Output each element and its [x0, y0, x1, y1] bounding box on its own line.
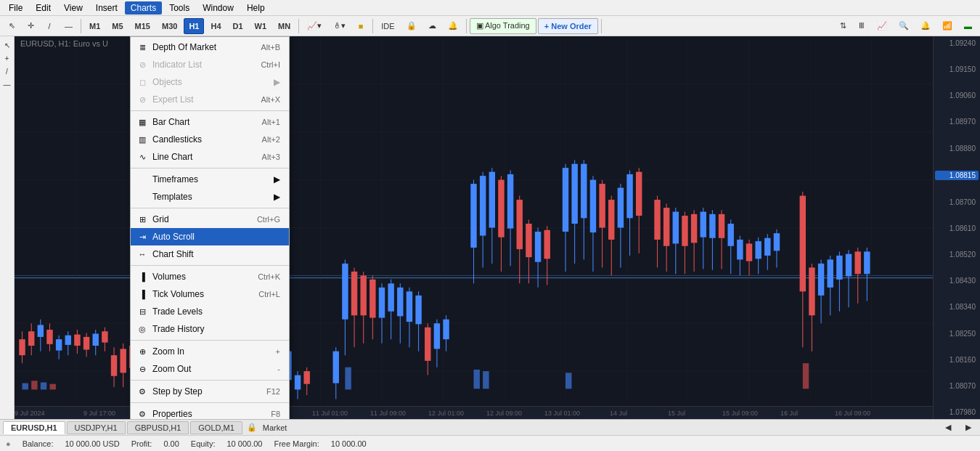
tab-usdjpy[interactable]: USDJPY,H1	[67, 421, 126, 434]
menu-auto-scroll[interactable]: ⇥ Auto Scroll	[131, 228, 289, 245]
chart-style-btn[interactable]: 🕯▾	[328, 18, 351, 34]
tf-m30[interactable]: M30	[157, 18, 182, 34]
time-10: 14 Jul	[610, 410, 627, 417]
tf-w1[interactable]: W1	[250, 18, 272, 34]
menu-window[interactable]: Window	[197, 1, 240, 15]
algo-trading-btn[interactable]: ▣ Algo Trading	[470, 18, 536, 34]
left-cursor-btn[interactable]: ↖	[1, 39, 13, 51]
alerts-btn[interactable]: 🔔	[915, 18, 936, 34]
templates-arrow: ▶	[274, 192, 280, 202]
svg-rect-27	[38, 325, 44, 336]
svg-rect-183	[828, 259, 833, 287]
tf-d1[interactable]: D1	[228, 18, 248, 34]
toolbar-line[interactable]: /	[41, 18, 58, 34]
tf-m1[interactable]: M1	[84, 18, 105, 34]
signal-btn[interactable]: 📶	[937, 18, 957, 34]
menu-trade-history[interactable]: ◎ Trade History	[131, 320, 289, 338]
tf-m15[interactable]: M15	[130, 18, 155, 34]
menubar: File Edit View Insert Charts Tools Windo…	[0, 0, 980, 16]
svg-rect-202	[803, 363, 809, 389]
menu-insert[interactable]: Insert	[90, 1, 123, 15]
menu-help[interactable]: Help	[241, 1, 271, 15]
bell-btn[interactable]: 🔔	[443, 18, 463, 34]
svg-rect-167	[737, 240, 743, 259]
ide-btn[interactable]: IDE	[376, 18, 399, 34]
new-order-btn[interactable]: + New Order	[538, 18, 598, 34]
objects-arrow: ▶	[274, 77, 280, 87]
svg-rect-113	[470, 184, 476, 248]
svg-rect-193	[31, 381, 37, 389]
menu-trade-levels[interactable]: ⊟ Trade Levels	[131, 303, 289, 320]
left-cross-btn[interactable]: +	[1, 52, 13, 64]
left-hline-btn[interactable]: —	[1, 78, 13, 90]
menu-tick-volumes[interactable]: ▐ Tick Volumes Ctrl+L	[131, 285, 289, 303]
menu-edit[interactable]: Edit	[30, 1, 57, 15]
menu-tools[interactable]: Tools	[163, 1, 195, 15]
menu-line-chart[interactable]: ∿ Line Chart Alt+3	[131, 148, 289, 166]
svg-rect-83	[295, 375, 301, 390]
sep-6	[131, 380, 289, 381]
chart-shift-label: Chart Shift	[152, 249, 280, 259]
tab-scroll-left[interactable]: ◀	[939, 420, 957, 436]
grid-shortcut: Ctrl+G	[257, 215, 280, 224]
zoom-out-label: Zoom Out	[152, 364, 273, 374]
menu-objects[interactable]: ◻ Objects ▶	[131, 73, 289, 91]
toolbar-cursor[interactable]: ⇖	[3, 18, 20, 34]
svg-rect-147	[636, 172, 642, 216]
menu-chart-shift[interactable]: ↔ Chart Shift	[131, 245, 289, 263]
sep-4	[131, 265, 289, 266]
menu-step-by-step[interactable]: ⚙ Step by Step F12	[131, 383, 289, 400]
svg-rect-133	[571, 164, 577, 224]
menu-timeframes[interactable]: Timeframes ▶	[131, 171, 289, 188]
tab-eurusd[interactable]: EURUSD,H1	[3, 421, 65, 434]
svg-rect-93	[360, 275, 366, 315]
menu-file[interactable]: File	[3, 1, 28, 15]
svg-rect-85	[303, 371, 309, 384]
menu-depth-of-market[interactable]: ≣ Depth Of Market Alt+B	[131, 38, 289, 56]
price-13: 1.08070	[935, 382, 979, 390]
tick-volumes-icon: ▐	[136, 288, 148, 300]
lock-btn[interactable]: 🔒	[401, 18, 422, 34]
price-3: 1.09060	[935, 92, 979, 99]
toolbar-hline[interactable]: —	[60, 18, 78, 34]
menu-templates[interactable]: Templates ▶	[131, 188, 289, 206]
menu-bar-chart[interactable]: ▦ Bar Chart Alt+1	[131, 113, 289, 131]
chart-type-btn[interactable]: 📈▾	[302, 18, 327, 34]
menu-indicator-list[interactable]: ⊘ Indicator List Ctrl+I	[131, 56, 289, 73]
menu-candlesticks[interactable]: ▥ Candlesticks Alt+2	[131, 131, 289, 148]
more-btn[interactable]: ▬	[959, 18, 977, 34]
menu-charts[interactable]: Charts	[125, 1, 162, 15]
menu-view[interactable]: View	[58, 1, 89, 15]
menu-properties[interactable]: ⚙ Properties F8	[131, 405, 289, 419]
time-11: 15 Jul	[668, 410, 685, 417]
tab-gbpusd[interactable]: GBPUSD,H1	[127, 421, 189, 434]
left-line-btn[interactable]: /	[1, 65, 13, 77]
sep1	[81, 19, 81, 33]
tf-h1[interactable]: H1	[184, 18, 204, 34]
menu-zoom-out[interactable]: ⊖ Zoom Out -	[131, 360, 289, 378]
menu-volumes[interactable]: ▐ Volumes Ctrl+K	[131, 268, 289, 285]
svg-rect-185	[836, 256, 842, 280]
chart-compare-btn[interactable]: ⇅	[834, 18, 852, 34]
toolbar-crosshair[interactable]: ✛	[22, 18, 39, 34]
chart-yellow-btn[interactable]: ■	[352, 18, 369, 34]
cloud-btn[interactable]: ☁	[423, 18, 441, 34]
bar-chart-icon: ▦	[136, 116, 148, 128]
tf-h4[interactable]: H4	[205, 18, 226, 34]
bar-chart-shortcut: Alt+1	[262, 118, 280, 126]
svg-rect-43	[111, 355, 117, 376]
svg-rect-111	[443, 320, 449, 339]
trendline-btn[interactable]: 📈	[872, 18, 892, 34]
tab-scroll-right[interactable]: ▶	[960, 420, 977, 436]
menu-grid[interactable]: ⊞ Grid Ctrl+G	[131, 211, 289, 228]
indicators-btn[interactable]: Ⅲ	[853, 18, 870, 34]
menu-zoom-in[interactable]: ⊕ Zoom In +	[131, 343, 289, 360]
svg-rect-169	[746, 243, 752, 261]
tab-gold[interactable]: GOLD,M1	[190, 421, 242, 434]
tf-m5[interactable]: M5	[107, 18, 128, 34]
search-btn[interactable]: 🔍	[894, 18, 914, 34]
svg-rect-159	[701, 212, 706, 237]
menu-expert-list[interactable]: ⊘ Expert List Alt+X	[131, 91, 289, 108]
tf-mn[interactable]: MN	[273, 18, 295, 34]
svg-rect-199	[474, 370, 480, 389]
